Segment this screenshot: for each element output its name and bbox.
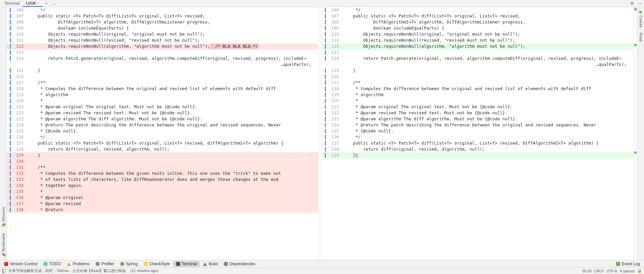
- code-line[interactable]: 109 boolean includeEqualParts) {: [322, 25, 634, 31]
- close-icon[interactable]: ×: [37, 1, 39, 5]
- tool-event-log[interactable]: Event Log: [613, 261, 643, 267]
- code-line[interactable]: 115 }: [7, 68, 318, 74]
- code-line[interactable]: 126 */: [7, 134, 318, 140]
- code-line[interactable]: …qualParts);: [322, 62, 634, 68]
- code-line[interactable]: 124 * @return The patch describing the d…: [322, 122, 634, 128]
- code-line[interactable]: 107 public static <T> Patch<T> diff(List…: [7, 13, 318, 19]
- code-line[interactable]: 129 }: [322, 152, 634, 158]
- tool-dependencies[interactable]: Dependencies: [221, 261, 258, 267]
- tool-problems[interactable]: Problems: [64, 261, 93, 267]
- code-line[interactable]: 108 DiffAlgorithmI<T> algorithm, DiffAlg…: [322, 19, 634, 25]
- code-line[interactable]: 133 * of texts lists of characters, like…: [7, 177, 318, 183]
- code-line[interactable]: 129 }: [7, 152, 318, 158]
- code-line[interactable]: 106 */: [7, 7, 318, 13]
- tool-read[interactable]: Read: [639, 31, 643, 43]
- code-line[interactable]: 128 return diff(original, revised, algor…: [7, 146, 318, 152]
- code-line[interactable]: 128 return diff(original, revised, algor…: [322, 146, 634, 152]
- code-line[interactable]: 122 * @param revised The revised text. M…: [7, 110, 318, 116]
- code-line[interactable]: 119 * algorithm: [322, 92, 634, 98]
- tool-build[interactable]: Build: [200, 261, 221, 267]
- code-line[interactable]: 115 }: [322, 68, 634, 74]
- code-line[interactable]: 106 */: [322, 7, 634, 13]
- gutter: [322, 62, 329, 68]
- code-line[interactable]: 122 * @param revised The revised text. M…: [322, 110, 634, 116]
- code-line[interactable]: 111 Objects.requireNonNull(revised, "rev…: [322, 37, 634, 43]
- terminal-tab-local[interactable]: Local ×: [23, 0, 42, 7]
- code-line[interactable]: 138 * @return: [7, 207, 318, 213]
- code-line[interactable]: 114 return Patch.generate(original, revi…: [322, 55, 634, 62]
- code-line[interactable]: 121 * @param original The original text.…: [322, 104, 634, 110]
- code-line[interactable]: 127 public static <T> Patch<T> diff(List…: [7, 140, 318, 146]
- code-line[interactable]: 117 /**: [7, 80, 318, 86]
- code-line[interactable]: 110 Objects.requireNonNull(original, "or…: [322, 31, 634, 37]
- code-line[interactable]: 124 * @return The patch describing the d…: [7, 122, 318, 128]
- code-line[interactable]: 112 Objects.requireNonNull(algorithm, "a…: [322, 43, 634, 49]
- error-stripe-right[interactable]: [633, 7, 637, 260]
- tab-dropdown-button[interactable]: ⌄: [50, 0, 59, 6]
- diff-marker[interactable]: [634, 152, 637, 154]
- code-line[interactable]: 121 * @param original The original text.…: [7, 104, 318, 110]
- tool-version-control[interactable]: Version Control: [1, 261, 40, 267]
- line-number: [329, 62, 342, 68]
- code-line[interactable]: 108 DiffAlgorithmI<T> algorithm, DiffAlg…: [7, 19, 318, 25]
- tab-add-button[interactable]: +: [42, 0, 50, 6]
- file-encoding[interactable]: UTF-8: [607, 269, 617, 273]
- diff-pane-left[interactable]: 106 */107 public static <T> Patch<T> dif…: [7, 7, 318, 260]
- code-line[interactable]: 109 boolean includeEqualParts) {: [7, 25, 318, 31]
- code-line[interactable]: 107 public static <T> Patch<T> diff(List…: [322, 13, 634, 19]
- code-line[interactable]: 120 *: [322, 98, 634, 104]
- code-line[interactable]: 131 /**: [7, 164, 318, 170]
- code-line[interactable]: 116: [7, 74, 318, 80]
- code-line[interactable]: 136 * @param original: [7, 195, 318, 201]
- line-text: public static <T> Patch<T> diff(List<T> …: [26, 140, 318, 146]
- line-text: Objects.requireNonNull(algorithm, "algor…: [26, 43, 318, 49]
- code-line[interactable]: …qualParts);: [7, 62, 318, 68]
- tool-terminal[interactable]: Terminal: [173, 261, 200, 267]
- status-indicator-icon[interactable]: [2, 269, 6, 273]
- code-line[interactable]: 110 Objects.requireNonNull(original, "or…: [7, 31, 318, 37]
- error-stripe-left[interactable]: [318, 7, 322, 260]
- code-line[interactable]: 120 *: [7, 98, 318, 104]
- code-line[interactable]: 137 * @param revised: [7, 201, 318, 207]
- code-line[interactable]: 118 * Computes the difference between th…: [7, 86, 318, 92]
- tool-structure[interactable]: 🧩Structure: [1, 205, 5, 229]
- tool-bookmarks[interactable]: 🔖Bookmarks: [1, 232, 5, 259]
- code-line[interactable]: 111 Objects.requireNonNull(revised, "rev…: [7, 37, 318, 43]
- code-line[interactable]: 114 return Patch.generate(original, revi…: [7, 55, 318, 62]
- minimize-icon[interactable]: —: [636, 0, 644, 6]
- line-separator[interactable]: CRLF: [594, 269, 604, 273]
- code-line[interactable]: 117 /**: [322, 80, 634, 86]
- indent-setting[interactable]: 4 spaces: [620, 269, 635, 273]
- code-line[interactable]: 132 * Computes the difference between th…: [7, 170, 318, 177]
- diff-marker[interactable]: [634, 44, 637, 46]
- code-line[interactable]: 134 * together again.: [7, 183, 318, 189]
- code-line[interactable]: 116: [322, 74, 634, 80]
- code-line[interactable]: 118 * Computes the difference between th…: [322, 86, 634, 92]
- line-text: * together again.: [26, 183, 318, 189]
- diff-pane-right[interactable]: 106 */107 public static <T> Patch<T> dif…: [322, 7, 634, 260]
- code-line[interactable]: 127 public static <T> Patch<T> diff(List…: [322, 140, 634, 146]
- code-line[interactable]: 135 *: [7, 189, 318, 195]
- code-line[interactable]: 123 * @param algorithm The diff algorith…: [322, 116, 634, 122]
- tool-spring[interactable]: Spring: [117, 261, 140, 267]
- lock-icon[interactable]: 🔒: [637, 269, 642, 273]
- line-text: return Patch.generate(original, revised,…: [26, 55, 318, 62]
- code-line[interactable]: 113: [7, 49, 318, 55]
- tool-checkstyle[interactable]: CheckStyle: [141, 261, 173, 267]
- code-line[interactable]: 125 * {@code null}.: [7, 128, 318, 134]
- code-line[interactable]: 113: [322, 49, 634, 55]
- code-line[interactable]: 112 Objects.requireNonNull(algorithm, "a…: [7, 43, 318, 49]
- run-marker-icon[interactable]: [635, 7, 637, 11]
- tool-todo[interactable]: TODO: [41, 261, 63, 267]
- code-line[interactable]: 123 * @param algorithm The diff algorith…: [7, 116, 318, 122]
- gear-icon[interactable]: ⚙: [628, 0, 636, 6]
- code-line[interactable]: 125 * {@code null}.: [322, 128, 634, 134]
- code-line[interactable]: 119 * algorithm: [7, 92, 318, 98]
- tool-profiler[interactable]: Profiler: [93, 261, 117, 267]
- tool-codota[interactable]: ◼Codota: [639, 8, 643, 29]
- code-line[interactable]: 130: [7, 158, 318, 164]
- line-number: 126: [329, 134, 342, 140]
- cursor-position[interactable]: 35:26: [582, 269, 592, 273]
- line-text: [342, 74, 634, 80]
- code-line[interactable]: 126 */: [322, 134, 634, 140]
